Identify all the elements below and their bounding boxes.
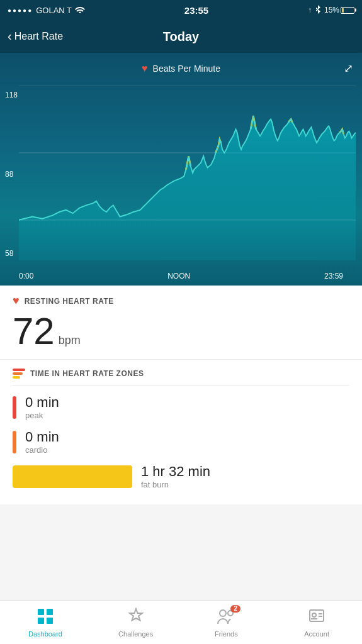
zones-icon-fatburn bbox=[13, 376, 20, 379]
carrier-name: GOLAN T bbox=[36, 6, 72, 15]
account-icon bbox=[308, 608, 325, 628]
fatburn-duration-row: 1 hr 32 min bbox=[141, 464, 349, 480]
friends-label: Friends bbox=[215, 630, 238, 638]
svg-rect-4 bbox=[47, 609, 53, 615]
chart-y-axis: 118 88 58 bbox=[5, 91, 18, 258]
heart-rate-zones-section: TIME IN HEART RATE ZONES 0 min peak 0 mi… bbox=[0, 360, 362, 504]
svg-point-10 bbox=[312, 613, 316, 617]
back-button[interactable]: ‹ Heart Rate bbox=[8, 30, 63, 43]
challenges-label: Challenges bbox=[118, 630, 153, 638]
dashboard-icon bbox=[37, 608, 54, 628]
peak-indicator-bar bbox=[13, 396, 16, 419]
challenges-icon bbox=[127, 608, 145, 628]
resting-hr-title: RESTING HEART RATE bbox=[25, 297, 114, 306]
resting-hr-value-row: 72 bpm bbox=[13, 313, 349, 350]
resting-hr-number: 72 bbox=[13, 313, 55, 350]
signal-dots: ●●●●● bbox=[8, 7, 33, 14]
chart-x-axis: 0:00 NOON 23:59 bbox=[0, 272, 362, 280]
fatburn-bar-fill bbox=[13, 465, 132, 488]
x-label-end: 23:59 bbox=[324, 272, 343, 280]
battery-fill bbox=[342, 8, 344, 13]
peak-zone-info: 0 min peak bbox=[25, 394, 349, 420]
resting-hr-unit: bpm bbox=[59, 334, 81, 347]
page-header: ‹ Heart Rate Today bbox=[0, 20, 362, 53]
heart-rate-graph bbox=[19, 86, 356, 260]
svg-rect-3 bbox=[38, 609, 44, 615]
cardio-indicator-bar bbox=[13, 431, 16, 453]
peak-zone-row: 0 min peak bbox=[13, 394, 349, 420]
nav-item-friends[interactable]: 2 Friends bbox=[204, 608, 248, 638]
y-label-high: 118 bbox=[5, 91, 18, 99]
chart-svg-area bbox=[19, 86, 356, 260]
wifi-icon bbox=[75, 6, 85, 15]
cardio-zone-info: 0 min cardio bbox=[25, 429, 349, 455]
fatburn-label: fat burn bbox=[141, 480, 349, 489]
location-icon: ↑ bbox=[308, 6, 312, 14]
svg-point-7 bbox=[220, 610, 226, 616]
cardio-label: cardio bbox=[25, 445, 349, 455]
chevron-left-icon: ‹ bbox=[8, 29, 12, 43]
friends-badge: 2 bbox=[230, 605, 240, 613]
y-label-mid: 88 bbox=[5, 170, 18, 179]
x-label-noon: NOON bbox=[167, 272, 190, 280]
account-label: Account bbox=[304, 630, 329, 638]
zones-title: TIME IN HEART RATE ZONES bbox=[30, 369, 144, 378]
zones-icon bbox=[13, 369, 25, 379]
bottom-navigation: Dashboard Challenges 2 Friends bbox=[0, 600, 362, 644]
cardio-duration: 0 min bbox=[25, 429, 59, 445]
peak-label: peak bbox=[25, 411, 349, 420]
fatburn-zone-row: 1 hr 32 min fat burn bbox=[13, 464, 349, 489]
battery-indicator: 15% bbox=[324, 6, 354, 14]
dashboard-label: Dashboard bbox=[28, 630, 62, 638]
y-label-low: 58 bbox=[5, 249, 18, 258]
peak-duration: 0 min bbox=[25, 394, 59, 411]
resting-hr-title-row: ♥ RESTING HEART RATE bbox=[13, 294, 349, 308]
fatburn-zone-info: 1 hr 32 min fat burn bbox=[141, 464, 349, 489]
resting-heart-rate-section: ♥ RESTING HEART RATE 72 bpm bbox=[0, 286, 362, 360]
peak-duration-row: 0 min bbox=[25, 394, 349, 411]
cardio-zone-row: 0 min cardio bbox=[13, 429, 349, 455]
expand-icon[interactable]: ⤢ bbox=[344, 62, 353, 75]
x-label-start: 0:00 bbox=[19, 272, 33, 280]
fatburn-duration: 1 hr 32 min bbox=[141, 464, 210, 480]
status-right: ↑ 15% bbox=[308, 5, 354, 16]
chart-legend-label: Beats Per Minute bbox=[153, 64, 220, 74]
zones-title-row: TIME IN HEART RATE ZONES bbox=[13, 369, 349, 386]
status-time: 23:55 bbox=[184, 5, 208, 16]
friends-icon: 2 bbox=[217, 608, 235, 628]
bluetooth-icon bbox=[315, 5, 321, 16]
heart-icon: ♥ bbox=[142, 63, 148, 74]
svg-rect-6 bbox=[47, 618, 53, 624]
nav-item-account[interactable]: Account bbox=[295, 608, 339, 638]
nav-item-dashboard[interactable]: Dashboard bbox=[23, 608, 67, 638]
resting-heart-icon: ♥ bbox=[13, 294, 20, 308]
back-label: Heart Rate bbox=[14, 31, 63, 42]
battery-body bbox=[341, 7, 354, 14]
nav-item-challenges[interactable]: Challenges bbox=[114, 608, 158, 638]
cardio-duration-row: 0 min bbox=[25, 429, 349, 445]
page-title: Today bbox=[163, 30, 199, 44]
zones-icon-peak bbox=[13, 369, 25, 371]
status-left: ●●●●● GOLAN T bbox=[8, 6, 85, 15]
battery-percent: 15% bbox=[324, 6, 339, 14]
zones-icon-cardio bbox=[13, 372, 23, 375]
status-bar: ●●●●● GOLAN T 23:55 ↑ 15% bbox=[0, 0, 362, 20]
heart-rate-chart-container: ♥ Beats Per Minute ⤢ 118 88 58 bbox=[0, 53, 362, 286]
svg-rect-5 bbox=[38, 618, 44, 624]
chart-legend: ♥ Beats Per Minute bbox=[0, 59, 362, 78]
